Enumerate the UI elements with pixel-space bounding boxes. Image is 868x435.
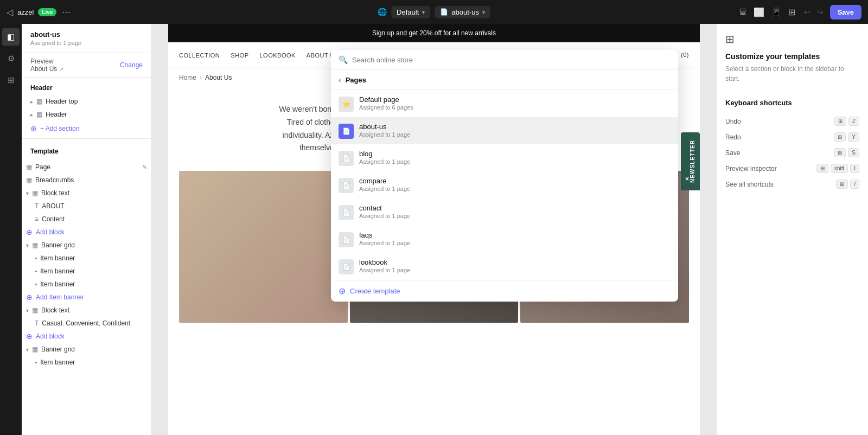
add-item-banner-button[interactable]: ⊕ Add Item banner [22,291,151,304]
right-sidebar-logo: ⊞ [725,33,859,46]
preview-label: Preview [30,57,63,65]
header-label: Header [46,111,67,118]
redo-button[interactable]: ↪ [815,5,826,18]
dropdown-item-compare[interactable]: 📄 compare Assigned to 1 page [331,171,678,199]
sidebar-item-block-text-1[interactable]: ▾ ▦ Block text [22,187,151,200]
breadcrumb-home[interactable]: Home [179,74,196,81]
desktop-btn[interactable]: 🖥 [736,5,749,20]
default-page-icon: ⭐ [339,97,354,112]
shortcut-see-all: See all shortcuts ⊞ / [725,176,859,192]
dropdown-item-faqs[interactable]: 📄 faqs Assigned to 1 page [331,226,678,253]
nav-collection[interactable]: COLLECTION [179,52,220,59]
sidebar-item-casual[interactable]: T Casual. Convenient. Confident. [22,317,151,330]
casual-label: Casual. Convenient. Confident. [42,319,132,327]
shortcuts-title: Keyboard shortcuts [725,99,859,107]
save-button[interactable]: Save [830,5,861,20]
key-slash: / [850,180,859,189]
top-bar-center: 🌐 Default ▾ 📄 about-us ▾ [378,6,490,18]
change-link[interactable]: Change [120,61,143,69]
shortcuts-section: Keyboard shortcuts Undo ⊞ Z Redo ⊞ Y Sav… [725,99,859,192]
sidebar-icon-apps[interactable]: ⊞ [2,72,20,89]
see-shortcuts-label[interactable]: See all shortcuts [725,181,774,188]
add-section-button[interactable]: ⊕ + Add section [22,121,151,136]
newsletter-close[interactable]: × [685,175,690,183]
add-block-button-1[interactable]: ⊕ Add block [22,226,151,239]
collapse-icon: ▾ [26,308,29,314]
undo-button[interactable]: ↩ [802,5,813,18]
item-banner-4-icon: ▪ [35,359,37,366]
sidebar-item-item-banner-3[interactable]: ▪ Item banner [22,278,151,291]
preview-row: Preview About Us ↗ Change [22,53,151,78]
lookbook-name: lookbook [359,258,410,266]
create-template-button[interactable]: ⊕ Create template [331,280,678,302]
sidebar-item-page[interactable]: ▦ Page ✎ [22,161,151,174]
top-bar-right: 🖥 ⬜ 📱 ⊞ ↩ ↪ Save [736,5,861,20]
sidebar-item-item-banner-2[interactable]: ▪ Item banner [22,265,151,278]
sidebar-item-breadcrumbs[interactable]: ▦ Breadcrumbs [22,174,151,187]
undo-redo: ↩ ↪ [802,5,826,18]
icon-panel: ◧ ⚙ ⊞ [0,24,22,435]
right-sidebar-subtitle: Select a section or block in the sidebar… [725,64,859,84]
nav-lookbook[interactable]: LOOKBOOK [259,52,295,59]
sidebar-item-header[interactable]: ▸ ▦ Header [26,108,147,121]
breadcrumb-current: About Us [205,74,232,81]
right-sidebar-title: Customize your templates [725,52,859,61]
dropdown-item-blog[interactable]: 📄 blog Assigned to 1 page [331,144,678,171]
sidebar-item-block-text-2[interactable]: ▾ ▦ Block text [22,304,151,317]
page-info: about-us Assigned to 1 page [22,24,151,53]
content-icon: ≡ [35,215,39,223]
about-us-name: about-us [359,123,410,131]
view-selector-chevron: ▾ [422,9,425,15]
lookbook-sub: Assigned to 1 page [359,267,410,273]
breadcrumbs-icon: ▦ [26,176,32,184]
top-bar: ◁ azzel Live ⋯ 🌐 Default ▾ 📄 about-us ▾ … [0,0,868,24]
sidebar-icon-sections[interactable]: ◧ [2,28,20,46]
redo-keys: ⊞ Y [834,132,859,142]
shortcut-redo: Redo ⊞ Y [725,129,859,145]
block-text-2-label: Block text [41,306,69,314]
save-keys: ⊞ S [834,148,859,157]
dropdown-item-contact[interactable]: 📄 contact Assigned to 1 page [331,199,678,226]
about-us-sub: Assigned to 1 page [359,131,410,138]
item-banner-icon: ▪ [35,280,37,288]
search-input[interactable] [352,56,671,64]
app-name: azzel [17,8,34,16]
mobile-btn[interactable]: 📱 [769,5,784,20]
sidebar-item-header-top[interactable]: ▸ ▦ Header top [26,95,147,108]
sidebar-item-about[interactable]: T ABOUT [22,200,151,213]
sidebar-item-content[interactable]: ≡ Content [22,213,151,226]
about-us-icon: 📄 [339,124,354,139]
dropdown-item-about-us[interactable]: 📄 about-us Assigned to 1 page [331,117,678,144]
sidebar-item-item-banner-4[interactable]: ▪ Item banner [22,356,151,369]
newsletter-tab[interactable]: × NEWSLETTER [681,132,700,190]
key-cmd: ⊞ [834,148,846,157]
dropdown-item-default[interactable]: ⭐ Default page Assigned to 6 pages [331,90,678,117]
tablet-btn[interactable]: ⬜ [751,5,767,20]
view-selector[interactable]: Default ▾ [391,6,430,18]
item-banner-icon: ▪ [35,254,37,262]
page-label: Page [35,163,50,171]
device-icons: 🖥 ⬜ 📱 ⊞ [736,5,797,20]
casual-text-icon: T [35,319,39,327]
more-devices-btn[interactable]: ⊞ [786,5,797,20]
back-arrow-icon[interactable]: ‹ [339,75,341,84]
sidebar-item-banner-grid-2[interactable]: ▾ ▦ Banner grid [22,343,151,356]
sidebar-icon-settings[interactable]: ⚙ [2,50,20,67]
sidebar-item-item-banner-1[interactable]: ▪ Item banner [22,252,151,265]
nav-shop[interactable]: SHOP [231,52,248,59]
header-icon: ▦ [36,111,42,118]
collapse-icon: ▾ [26,347,29,353]
header-tree: ▸ ▦ Header top ▸ ▦ Header [22,95,151,121]
collapse-icon: ▾ [26,190,29,196]
sidebar-item-banner-grid-1[interactable]: ▾ ▦ Banner grid [22,239,151,252]
add-block-button-2[interactable]: ⊕ Add block [22,330,151,343]
top-bar-left: ◁ azzel Live ⋯ [7,7,71,17]
more-icon[interactable]: ⋯ [62,7,71,17]
dropdown-item-lookbook[interactable]: 📄 lookbook Assigned to 1 page [331,253,678,280]
default-page-sub: Assigned to 6 pages [359,104,413,111]
back-icon[interactable]: ◁ [7,7,13,17]
header-section-title: Header [22,78,151,95]
edit-icon[interactable]: ✎ [142,164,147,171]
page-selector[interactable]: 📄 about-us ▾ [435,6,490,18]
external-icon: ↗ [59,66,63,72]
